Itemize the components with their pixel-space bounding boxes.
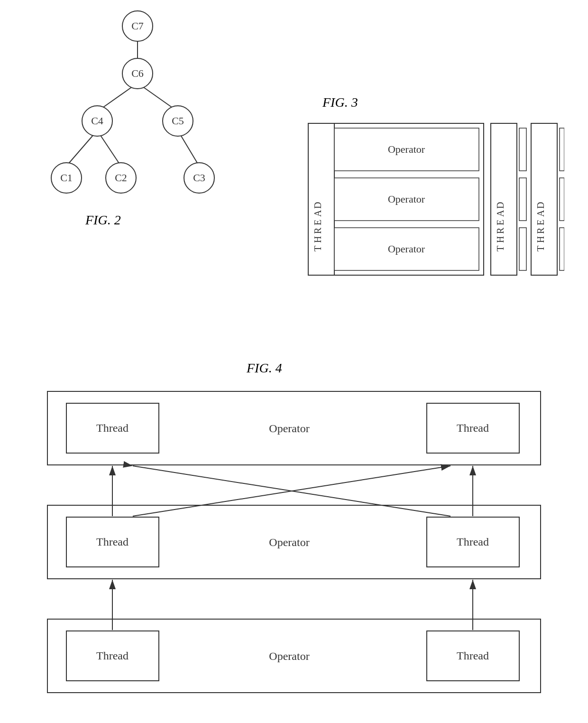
svg-text:C1: C1 (60, 172, 73, 184)
svg-text:Thread: Thread (457, 422, 489, 434)
fig2-svg: C7 C6 C4 C5 C1 C2 C3 (28, 9, 247, 209)
svg-rect-41 (519, 128, 526, 171)
svg-text:D: D (312, 202, 323, 209)
fig4-svg: Thread Operator Thread Thread Operator T… (38, 387, 550, 695)
svg-text:T: T (535, 246, 546, 251)
svg-text:R: R (535, 227, 546, 234)
fig2-container: C7 C6 C4 C5 C1 C2 C3 FIG. 2 (28, 9, 256, 228)
fig3-svg: T H R E A D Operator Operator Operator T… (303, 119, 564, 289)
svg-text:Operator: Operator (388, 143, 425, 155)
svg-text:D: D (495, 202, 505, 209)
svg-rect-42 (519, 178, 526, 221)
svg-text:C4: C4 (91, 115, 103, 127)
svg-text:D: D (535, 202, 546, 209)
svg-text:C5: C5 (172, 115, 184, 127)
svg-rect-21 (308, 123, 334, 275)
svg-text:Operator: Operator (388, 243, 425, 255)
page: C7 C6 C4 C5 C1 C2 C3 FIG. 2 FIG. 3 (0, 0, 588, 723)
svg-text:R: R (495, 227, 505, 234)
svg-text:Thread: Thread (96, 536, 129, 548)
fig3-container: FIG. 3 T H R E A D Operator Operator Ope… (294, 95, 569, 299)
svg-text:C7: C7 (131, 20, 144, 32)
svg-text:Thread: Thread (96, 649, 129, 662)
svg-text:Operator: Operator (269, 422, 309, 435)
svg-text:T: T (495, 246, 505, 251)
fig2-label: FIG. 2 (85, 213, 121, 228)
svg-text:Operator: Operator (388, 193, 425, 205)
svg-text:Operator: Operator (269, 536, 309, 548)
svg-text:E: E (535, 220, 546, 225)
svg-text:E: E (495, 220, 505, 225)
svg-text:E: E (312, 220, 323, 225)
svg-text:Operator: Operator (269, 650, 309, 662)
svg-text:Thread: Thread (457, 536, 489, 548)
svg-rect-51 (560, 128, 564, 171)
svg-rect-43 (519, 228, 526, 270)
svg-text:H: H (312, 236, 323, 243)
svg-text:Thread: Thread (457, 649, 489, 662)
svg-rect-44 (531, 123, 557, 275)
svg-text:H: H (535, 236, 546, 243)
svg-text:A: A (495, 210, 505, 217)
fig4-container: FIG. 4 Thread Operator Thread Thread Ope… (28, 361, 560, 702)
fig4-label: FIG. 4 (247, 361, 282, 376)
svg-rect-52 (560, 178, 564, 221)
svg-text:Thread: Thread (96, 422, 129, 434)
svg-text:H: H (495, 236, 505, 243)
svg-text:A: A (535, 210, 546, 217)
svg-text:T: T (312, 246, 323, 251)
svg-text:C3: C3 (193, 172, 205, 184)
svg-rect-34 (491, 123, 517, 275)
svg-text:R: R (312, 227, 323, 234)
svg-text:C2: C2 (115, 172, 127, 184)
svg-text:A: A (312, 210, 323, 217)
fig3-label: FIG. 3 (322, 95, 358, 110)
svg-rect-53 (560, 228, 564, 270)
svg-text:C6: C6 (131, 67, 144, 79)
